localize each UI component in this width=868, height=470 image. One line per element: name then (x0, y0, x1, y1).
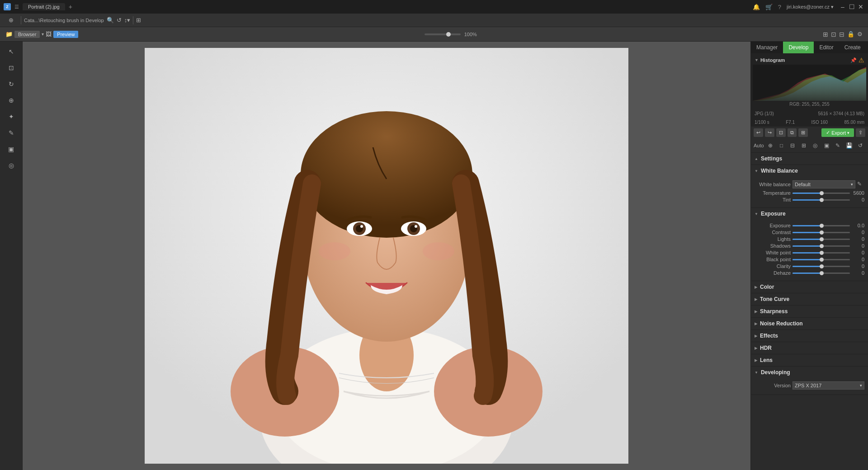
slider-2[interactable] (793, 239, 850, 240)
paste-settings-btn[interactable]: ⊞ (798, 128, 808, 137)
preview-btn[interactable]: Preview (53, 31, 78, 38)
filter-tool[interactable]: ◎ (4, 158, 19, 173)
tint-label: Tint (755, 197, 791, 202)
tab-editor[interactable]: Editor (814, 42, 839, 53)
zoom-controls: 100% (425, 32, 477, 37)
slider-3[interactable] (793, 245, 850, 247)
exposure-row-clarity: Clarity 0 (755, 263, 864, 269)
settings-header[interactable]: ▲ Settings (751, 153, 868, 164)
preview-icon: 🖼 (46, 31, 52, 38)
slider-1[interactable] (793, 232, 850, 233)
label-6: Clarity (755, 263, 791, 269)
heal-tool[interactable]: ✦ (4, 109, 19, 124)
exposure-header[interactable]: ▼ Exposure (751, 208, 868, 220)
browser-btn[interactable]: Browser (14, 31, 40, 38)
redo-btn[interactable]: ↪ (765, 128, 774, 137)
slider-5[interactable] (793, 259, 850, 260)
exposure-row-white-point: White point 0 (755, 250, 864, 255)
view-single-icon[interactable]: ⊡ (831, 31, 836, 38)
lens-header[interactable]: ▶ Lens (751, 354, 868, 366)
zoom-slider[interactable] (425, 33, 461, 35)
maximize-btn[interactable]: ☐ (848, 3, 855, 10)
value-6: 0 (852, 263, 864, 269)
tab-create[interactable]: Create (839, 42, 866, 53)
brush-tool[interactable]: ✎ (4, 126, 19, 140)
export-btn[interactable]: ✓ Export ▾ (821, 128, 854, 137)
refresh-btn[interactable]: ↺ (117, 17, 122, 24)
auto-label: Auto (754, 143, 764, 148)
wb-select[interactable]: Default ▾ (793, 180, 855, 188)
tab-develop[interactable]: Develop (783, 42, 814, 53)
color-section: ▶ Color (751, 281, 868, 293)
version-select[interactable]: ZPS X 2017 ▾ (793, 381, 864, 390)
clone-tool[interactable]: ⊕ (4, 93, 19, 108)
sort-btn[interactable]: ↕▾ (124, 17, 131, 24)
search-icon[interactable]: 🔍 (107, 17, 114, 24)
titlebar-tab[interactable]: Portrait (2).jpg (23, 3, 65, 10)
noise-reduction-header[interactable]: ▶ Noise Reduction (751, 318, 868, 329)
rotate-tool[interactable]: ↻ (4, 77, 19, 91)
nav-left: 📁 Browser ▾ 🖼 Preview (5, 31, 78, 38)
transform-tool[interactable]: ⊞ (799, 141, 809, 150)
share-btn[interactable]: ⇪ (856, 128, 865, 137)
crop-tool[interactable]: ⊡ (4, 61, 19, 75)
noise-reduction-title: Noise Reduction (760, 320, 803, 327)
settings-gear-icon[interactable]: ⚙ (857, 31, 863, 38)
cart-icon[interactable]: 🛒 (765, 4, 773, 10)
filter-develop-tool[interactable]: ◎ (810, 141, 820, 150)
white-balance-content: White balance Default ▾ ✎ Temperature 56… (751, 177, 868, 207)
exposure-row-black-point: Black point 0 (755, 257, 864, 262)
tool-select[interactable]: ⊕ (4, 13, 18, 28)
wb-dropdown-arrow: ▾ (851, 182, 853, 187)
white-balance-header[interactable]: ▼ White Balance (751, 165, 868, 177)
tone-curve-header[interactable]: ▶ Tone Curve (751, 293, 868, 305)
slider-7[interactable] (793, 273, 850, 274)
user-account[interactable]: jiri.kokes@zoner.cz ▾ (787, 4, 834, 10)
color-header[interactable]: ▶ Color (751, 281, 868, 293)
hdr-header[interactable]: ▶ HDR (751, 342, 868, 354)
gradient-develop-tool[interactable]: ▣ (821, 141, 831, 150)
histogram-pin-icon[interactable]: 📌 (850, 57, 857, 63)
notification-icon[interactable]: 🔔 (753, 4, 760, 10)
wand-tool[interactable]: ⊕ (765, 141, 775, 150)
copy-settings-btn[interactable]: ⧉ (788, 128, 797, 137)
close-btn[interactable]: ✕ (857, 3, 864, 10)
brush-develop-tool[interactable]: ✎ (833, 141, 843, 150)
canvas-area[interactable] (23, 42, 750, 470)
view-grid-icon[interactable]: ⊞ (823, 31, 828, 38)
reset-btn[interactable]: ⊡ (776, 128, 786, 137)
tab-manager[interactable]: Manager (751, 42, 783, 53)
slider-0[interactable] (793, 225, 850, 226)
cursor-tool[interactable]: ↖ (4, 44, 19, 59)
export-dropdown-arrow[interactable]: ▾ (847, 131, 849, 135)
color-picker-tool[interactable]: □ (777, 141, 787, 150)
new-tab-btn[interactable]: + (69, 3, 72, 10)
developing-header[interactable]: ▼ Developing (751, 367, 868, 378)
panel-tabs: Manager Develop Editor Create (751, 42, 868, 54)
gradient-tool[interactable]: ▣ (4, 142, 19, 156)
slider-4[interactable] (793, 252, 850, 254)
lock-icon[interactable]: 🔒 (847, 31, 854, 38)
wb-edit-icon[interactable]: ✎ (857, 181, 864, 188)
save-icon[interactable]: 💾 (844, 141, 854, 150)
toolbar2: 📁 Browser ▾ 🖼 Preview 100% ⊞ ⊡ ⊟ 🔒 ⚙ (0, 27, 868, 42)
sharpness-header[interactable]: ▶ Sharpness (751, 306, 868, 317)
help-icon[interactable]: ? (778, 4, 781, 10)
effects-header[interactable]: ▶ Effects (751, 330, 868, 342)
minimize-btn[interactable]: – (839, 3, 846, 10)
slider-6[interactable] (793, 266, 850, 267)
crop-develop-tool[interactable]: ⊟ (788, 141, 797, 150)
histogram-collapse-arrow[interactable]: ▼ (755, 58, 759, 62)
value-2: 0 (852, 236, 864, 242)
histogram-section: ▼ Histogram 📌 ⚠ (751, 54, 868, 109)
browser-arrow[interactable]: ▾ (42, 32, 44, 37)
tint-slider[interactable] (793, 199, 850, 201)
view-compare-icon[interactable]: ⊟ (839, 31, 844, 38)
undo-btn[interactable]: ↩ (754, 128, 763, 137)
zoom-percent: 100% (464, 32, 477, 37)
value-5: 0 (852, 257, 864, 262)
grid-view-btn[interactable]: ⊞ (136, 17, 141, 24)
label-7: Dehaze (755, 270, 791, 276)
temperature-slider[interactable] (793, 193, 850, 194)
reset-develop-icon[interactable]: ↺ (855, 141, 865, 150)
